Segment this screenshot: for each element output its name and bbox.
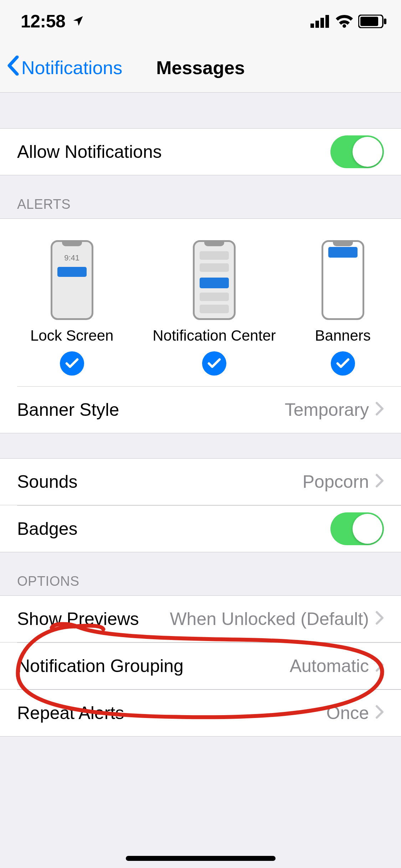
- alert-option-notification-center[interactable]: Notification Center: [153, 240, 276, 376]
- alerts-header: ALERTS: [0, 175, 401, 218]
- options-header: OPTIONS: [0, 552, 401, 595]
- notification-grouping-row[interactable]: Notification Grouping Automatic: [0, 642, 401, 689]
- svg-rect-0: [310, 24, 314, 28]
- sounds-value: Popcorn: [303, 471, 369, 492]
- show-previews-row[interactable]: Show Previews When Unlocked (Default): [0, 595, 401, 642]
- svg-rect-2: [320, 18, 324, 28]
- alert-option-label: Lock Screen: [30, 327, 113, 344]
- badges-toggle[interactable]: [330, 512, 384, 545]
- banner-style-value: Temporary: [285, 399, 369, 420]
- chevron-right-icon: [375, 399, 384, 420]
- svg-rect-6: [384, 19, 386, 24]
- svg-rect-1: [315, 21, 319, 28]
- battery-icon: [358, 15, 387, 28]
- lock-screen-thumb-icon: 9:41: [51, 240, 93, 320]
- alert-option-label: Banners: [315, 327, 371, 344]
- allow-notifications-toggle[interactable]: [330, 135, 384, 168]
- status-time: 12:58: [21, 11, 65, 32]
- wifi-icon: [335, 15, 353, 28]
- sounds-label: Sounds: [17, 471, 303, 492]
- alert-option-label: Notification Center: [153, 327, 276, 344]
- chevron-left-icon: [6, 56, 19, 80]
- alert-option-lock-screen[interactable]: 9:41 Lock Screen: [30, 240, 113, 376]
- location-icon: [72, 11, 84, 32]
- allow-notifications-label: Allow Notifications: [17, 141, 330, 162]
- repeat-alerts-row[interactable]: Repeat Alerts Once: [0, 689, 401, 737]
- badges-row[interactable]: Badges: [0, 505, 401, 552]
- svg-rect-3: [325, 15, 329, 28]
- allow-notifications-row[interactable]: Allow Notifications: [0, 128, 401, 175]
- svg-rect-5: [360, 17, 378, 26]
- chevron-right-icon: [375, 656, 384, 676]
- chevron-right-icon: [375, 609, 384, 629]
- banner-style-row[interactable]: Banner Style Temporary: [0, 386, 401, 433]
- sounds-row[interactable]: Sounds Popcorn: [0, 458, 401, 505]
- checkmark-icon[interactable]: [331, 351, 355, 376]
- checkmark-icon[interactable]: [202, 351, 226, 376]
- show-previews-label: Show Previews: [17, 609, 170, 629]
- page-title: Messages: [156, 57, 245, 78]
- notification-grouping-value: Automatic: [290, 656, 369, 676]
- alerts-preview-group: 9:41 Lock Screen Notification Center: [0, 218, 401, 433]
- lock-screen-thumb-time: 9:41: [52, 253, 92, 263]
- cellular-icon: [310, 15, 330, 28]
- status-bar: 12:58: [0, 0, 401, 43]
- notification-grouping-label: Notification Grouping: [17, 656, 290, 676]
- back-label: Notifications: [21, 57, 122, 78]
- alert-option-banners[interactable]: Banners: [315, 240, 371, 376]
- banners-thumb-icon: [322, 240, 364, 320]
- chevron-right-icon: [375, 471, 384, 492]
- repeat-alerts-value: Once: [326, 703, 369, 723]
- chevron-right-icon: [375, 703, 384, 723]
- checkmark-icon[interactable]: [60, 351, 84, 376]
- home-indicator[interactable]: [126, 856, 276, 861]
- repeat-alerts-label: Repeat Alerts: [17, 703, 326, 723]
- nav-bar: Notifications Messages: [0, 43, 401, 93]
- banner-style-label: Banner Style: [17, 399, 285, 420]
- notification-center-thumb-icon: [193, 240, 236, 320]
- back-button[interactable]: Notifications: [0, 56, 122, 80]
- show-previews-value: When Unlocked (Default): [170, 609, 369, 629]
- badges-label: Badges: [17, 518, 330, 539]
